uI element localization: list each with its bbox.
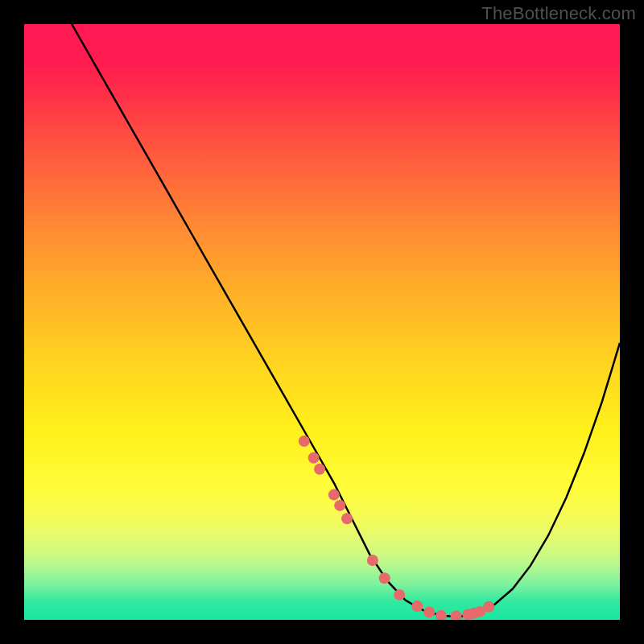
curve-dot [314, 464, 325, 475]
curve-dot [379, 572, 390, 584]
curve-dots [299, 436, 494, 620]
watermark-text: TheBottleneck.com [481, 3, 636, 24]
curve-dot [328, 489, 340, 501]
curve-dot [436, 610, 447, 620]
curve-dot [451, 611, 462, 620]
curve-dot [423, 606, 435, 617]
curve-dot [394, 589, 405, 601]
curve-svg [24, 24, 620, 620]
curve-dot [367, 555, 378, 566]
curve-dot [483, 601, 494, 613]
curve-dot [411, 601, 423, 612]
curve-dot [341, 513, 353, 524]
chart-frame: TheBottleneck.com [0, 0, 644, 644]
curve-dot [334, 500, 345, 511]
curve-dot [299, 436, 310, 447]
plot-area [24, 24, 620, 620]
bottleneck-curve [72, 24, 620, 617]
curve-dot [308, 452, 320, 464]
